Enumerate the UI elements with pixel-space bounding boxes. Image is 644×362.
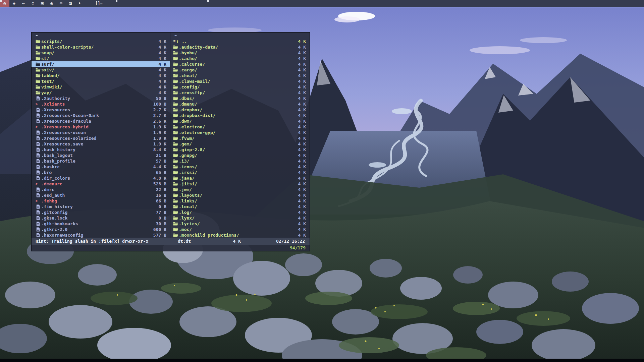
camera-icon[interactable]: ◉ [47, 0, 56, 7]
file-row[interactable]: sxiv/4 K [32, 67, 170, 73]
file-row[interactable]: .Xresources2.7 K [32, 107, 170, 113]
file-name: .local/ [179, 204, 197, 209]
file-name: .Xclients [41, 101, 65, 107]
file-row[interactable]: .jitsi/4 K [170, 181, 310, 187]
file-row[interactable]: .gtk-bookmarks30 B [32, 221, 170, 227]
file-row[interactable]: .irssi/4 K [170, 170, 310, 175]
file-row[interactable]: vimwiki/4 K [32, 84, 170, 90]
file-row[interactable]: .gitconfig77 B [32, 209, 170, 215]
file-row[interactable]: .electron/4 K [170, 124, 310, 130]
folder-icon [173, 204, 178, 209]
file-row[interactable]: .crossftp/4 K [170, 90, 310, 96]
file-name: .cheat/ [179, 73, 197, 78]
terminal-prompt-icon: >_ [36, 181, 41, 187]
document-icon [36, 130, 41, 135]
send-icon[interactable]: ➤ [75, 0, 85, 7]
file-size: 4 K [298, 175, 306, 181]
file-row[interactable]: snap/4 K [32, 50, 170, 56]
folder-icon [173, 210, 178, 215]
document-icon [36, 147, 41, 152]
folder-icon [173, 199, 178, 203]
file-row[interactable]: .i3/4 K [170, 158, 310, 164]
file-name: .bash_logout [41, 153, 73, 158]
file-row[interactable]: .jwm/4 K [170, 187, 310, 192]
package-icon[interactable]: ◈ [9, 0, 19, 7]
file-row[interactable]: .Xresources-ocean1.9 K [32, 130, 170, 135]
file-row[interactable]: .bashrc4.4 K [32, 164, 170, 170]
file-row[interactable]: .Xresources-solarized1.9 K [32, 135, 170, 141]
folder-icon [173, 90, 178, 95]
file-row[interactable]: .cache/4 K [170, 56, 310, 61]
file-row[interactable]: st/4 K [32, 56, 170, 61]
document-icon [36, 96, 41, 101]
file-row[interactable]: >_.dmenurc528 B [32, 181, 170, 187]
file-row[interactable]: .fvwm/4 K [170, 135, 310, 141]
file-row[interactable]: .dbus/4 K [170, 96, 310, 101]
file-row[interactable]: *↑..4 K [170, 39, 310, 44]
file-row[interactable]: .layouts/4 K [170, 192, 310, 198]
file-row[interactable]: .bash_history8.4 K [32, 147, 170, 153]
file-row[interactable]: surf/4 K [32, 61, 170, 67]
folder-icon[interactable]: ◪ [66, 0, 75, 7]
file-row[interactable]: .Xauthority50 B [32, 96, 170, 101]
file-row[interactable]: .java/4 K [170, 175, 310, 181]
file-row[interactable]: .cheat/4 K [170, 73, 310, 78]
file-row[interactable]: .dropbox/4 K [170, 107, 310, 113]
file-row[interactable]: .bro65 B [32, 170, 170, 175]
file-row[interactable]: .config/4 K [170, 84, 310, 90]
file-row[interactable]: .gksu.lock0 B [32, 215, 170, 221]
file-row[interactable]: .calcurse/4 K [170, 61, 310, 67]
file-row[interactable]: shell-color-scripts/4 K [32, 44, 170, 50]
folder-icon [36, 79, 41, 83]
file-row[interactable]: .bash_logout21 B [32, 153, 170, 158]
file-row[interactable]: .moonchild productions/4 K [170, 232, 310, 238]
file-row[interactable]: .log/4 K [170, 209, 310, 215]
file-row[interactable]: .Xresources-Ocean-Dark2.7 K [32, 113, 170, 118]
file-row[interactable]: .gimp-2.8/4 K [170, 147, 310, 153]
file-row[interactable]: .bash_profile57 B [32, 158, 170, 164]
file-row[interactable]: .moc/4 K [170, 227, 310, 232]
file-row[interactable]: .esd_auth16 B [32, 192, 170, 198]
file-row[interactable]: .lynx/4 K [170, 215, 310, 221]
file-name: .dwm/ [179, 118, 192, 124]
flask-icon[interactable]: ⚗ [28, 0, 38, 7]
file-row[interactable]: .icons/4 K [170, 164, 310, 170]
file-row[interactable]: .claws-mail/4 K [170, 78, 310, 84]
file-row[interactable]: >_.Xclients100 B [32, 101, 170, 107]
dropper-icon[interactable]: ✒ [19, 0, 28, 7]
file-row[interactable]: .links/4 K [170, 198, 310, 204]
file-row[interactable]: .cargo/4 K [170, 67, 310, 73]
image-icon[interactable]: ▣ [38, 0, 47, 7]
vifm-window: ~ scripts/4 Kshell-color-scripts/4 Ksnap… [31, 32, 310, 251]
file-row[interactable]: .dropbox-dist/4 K [170, 113, 310, 118]
file-row[interactable]: .gnupg/4 K [170, 153, 310, 158]
file-row[interactable]: .local/4 K [170, 204, 310, 209]
file-row[interactable]: yay/4 K [32, 90, 170, 96]
file-name: snap/ [41, 50, 54, 56]
file-row[interactable]: .audacity-data/4 K [170, 44, 310, 50]
file-row[interactable]: .dwm/4 K [170, 118, 310, 124]
file-row[interactable]: .gtkrc-2.0600 B [32, 227, 170, 232]
command-line[interactable]: 94/179 [32, 245, 310, 251]
folder-icon [173, 45, 178, 49]
file-row[interactable]: test/4 K [32, 78, 170, 84]
file-row[interactable]: .electron-gyp/4 K [170, 130, 310, 135]
file-row[interactable]: .dmrc22 B [32, 187, 170, 192]
file-size: 4 K [298, 209, 306, 215]
file-row[interactable]: .dmenu/4 K [170, 101, 310, 107]
file-row[interactable]: .haxornewsconfig577 B [32, 232, 170, 238]
file-row[interactable]: .Xresources.save1.9 K [32, 141, 170, 147]
file-row[interactable]: .byobu/4 K [170, 50, 310, 56]
file-name: .byobu/ [179, 50, 197, 56]
file-row[interactable]: scripts/4 K [32, 39, 170, 44]
file-row[interactable]: .dir_colors4.8 K [32, 175, 170, 181]
file-row[interactable]: .lyrics/4 K [170, 221, 310, 227]
laptop-icon[interactable]: ⌨ [56, 0, 66, 7]
file-row[interactable]: tabbed/4 K [32, 73, 170, 78]
file-row[interactable]: >_.fehbg86 B [32, 198, 170, 204]
file-row[interactable]: .gem/4 K [170, 141, 310, 147]
file-row[interactable]: >_.Xresources-hybrid1.9 K [32, 124, 170, 130]
file-row[interactable]: .fim_history0 B [32, 204, 170, 209]
file-name: .moonchild productions/ [179, 232, 239, 238]
file-row[interactable]: .Xresources-dracula2.6 K [32, 118, 170, 124]
